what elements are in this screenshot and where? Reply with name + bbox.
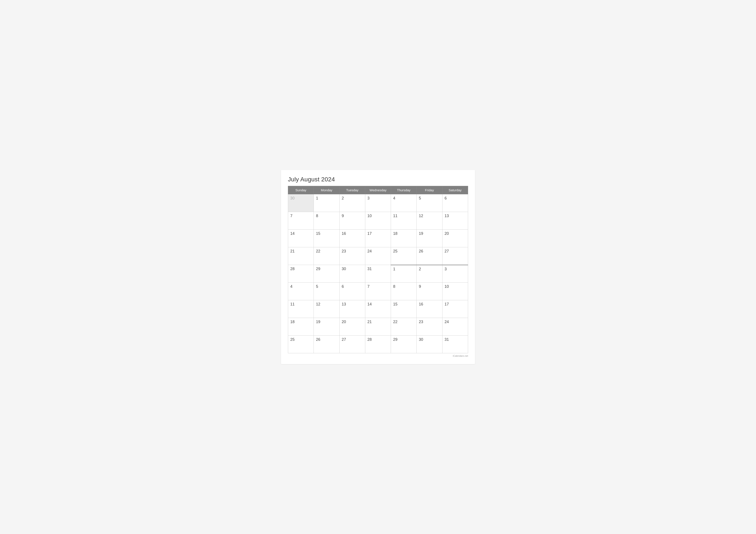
- calendar-cell: 23: [417, 318, 442, 336]
- calendar-cell: 3: [442, 265, 468, 283]
- calendar-cell: 19: [417, 230, 442, 247]
- calendar-cell: 15: [314, 230, 339, 247]
- calendar-cell: 21: [288, 247, 314, 265]
- calendar-cell: 9: [417, 283, 442, 300]
- calendar-cell: 25: [391, 247, 417, 265]
- week-row-0: 30123456: [288, 194, 468, 212]
- calendar-cell: 3: [365, 194, 391, 212]
- calendar-cell: 23: [339, 247, 365, 265]
- calendar-cell: 2: [417, 265, 442, 283]
- calendar-cell: 17: [442, 300, 468, 318]
- calendar-cell: 30: [288, 194, 314, 212]
- header-cell-tuesday: Tuesday: [339, 186, 365, 194]
- header-cell-friday: Friday: [417, 186, 442, 194]
- calendar-cell: 13: [442, 212, 468, 230]
- calendar-cell: 29: [314, 265, 339, 283]
- calendar-cell: 24: [365, 247, 391, 265]
- week-row-2: 14151617181920: [288, 230, 468, 247]
- calendar-title: July August 2024: [288, 176, 468, 183]
- week-row-5: 45678910: [288, 283, 468, 300]
- calendar-cell: 14: [288, 230, 314, 247]
- calendar-cell: 29: [391, 336, 417, 353]
- calendar-cell: 15: [391, 300, 417, 318]
- calendar-cell: 5: [314, 283, 339, 300]
- calendar-cell: 17: [365, 230, 391, 247]
- watermark: iCalendars.net: [288, 355, 468, 357]
- header-cell-saturday: Saturday: [442, 186, 468, 194]
- week-row-1: 78910111213: [288, 212, 468, 230]
- week-row-7: 18192021222324: [288, 318, 468, 336]
- calendar-cell: 1: [391, 265, 417, 283]
- calendar-cell: 13: [339, 300, 365, 318]
- calendar-cell: 31: [442, 336, 468, 353]
- calendar-body: 3012345678910111213141516171819202122232…: [288, 194, 468, 353]
- week-row-4: 28293031123: [288, 265, 468, 283]
- calendar-cell: 18: [288, 318, 314, 336]
- calendar-cell: 16: [339, 230, 365, 247]
- calendar-cell: 22: [314, 247, 339, 265]
- calendar-cell: 6: [442, 194, 468, 212]
- calendar-cell: 8: [391, 283, 417, 300]
- calendar-cell: 16: [417, 300, 442, 318]
- calendar-cell: 2: [339, 194, 365, 212]
- header-cell-wednesday: Wednesday: [365, 186, 391, 194]
- calendar-cell: 10: [442, 283, 468, 300]
- calendar-cell: 30: [339, 265, 365, 283]
- calendar-cell: 27: [442, 247, 468, 265]
- calendar-cell: 12: [417, 212, 442, 230]
- calendar-cell: 30: [417, 336, 442, 353]
- calendar-cell: 11: [391, 212, 417, 230]
- week-row-3: 21222324252627: [288, 247, 468, 265]
- calendar-cell: 12: [314, 300, 339, 318]
- calendar-cell: 20: [442, 230, 468, 247]
- calendar-table: SundayMondayTuesdayWednesdayThursdayFrid…: [288, 186, 468, 353]
- header-cell-thursday: Thursday: [391, 186, 417, 194]
- calendar-cell: 27: [339, 336, 365, 353]
- calendar-header: SundayMondayTuesdayWednesdayThursdayFrid…: [288, 186, 468, 194]
- week-row-8: 25262728293031: [288, 336, 468, 353]
- calendar-cell: 28: [288, 265, 314, 283]
- calendar-cell: 20: [339, 318, 365, 336]
- header-cell-sunday: Sunday: [288, 186, 314, 194]
- calendar-cell: 31: [365, 265, 391, 283]
- calendar-cell: 7: [365, 283, 391, 300]
- calendar-cell: 9: [339, 212, 365, 230]
- calendar-cell: 11: [288, 300, 314, 318]
- calendar-cell: 21: [365, 318, 391, 336]
- calendar-cell: 26: [314, 336, 339, 353]
- calendar-cell: 8: [314, 212, 339, 230]
- calendar-cell: 4: [288, 283, 314, 300]
- calendar-cell: 14: [365, 300, 391, 318]
- calendar-cell: 5: [417, 194, 442, 212]
- header-cell-monday: Monday: [314, 186, 339, 194]
- calendar-cell: 28: [365, 336, 391, 353]
- calendar-cell: 18: [391, 230, 417, 247]
- calendar-cell: 4: [391, 194, 417, 212]
- calendar-cell: 22: [391, 318, 417, 336]
- calendar-cell: 6: [339, 283, 365, 300]
- calendar-container: July August 2024 SundayMondayTuesdayWedn…: [281, 170, 475, 364]
- calendar-cell: 7: [288, 212, 314, 230]
- calendar-cell: 24: [442, 318, 468, 336]
- header-row: SundayMondayTuesdayWednesdayThursdayFrid…: [288, 186, 468, 194]
- calendar-cell: 19: [314, 318, 339, 336]
- calendar-cell: 26: [417, 247, 442, 265]
- calendar-cell: 10: [365, 212, 391, 230]
- calendar-cell: 1: [314, 194, 339, 212]
- calendar-cell: 25: [288, 336, 314, 353]
- week-row-6: 11121314151617: [288, 300, 468, 318]
